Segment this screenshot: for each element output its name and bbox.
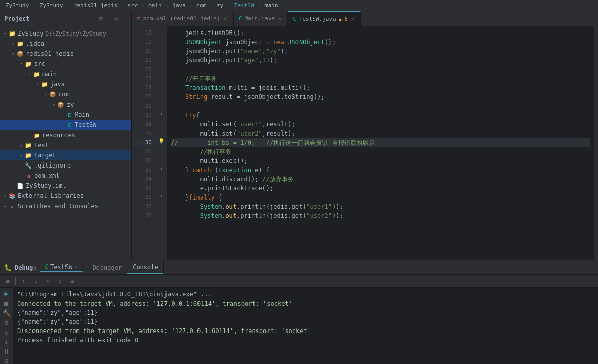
sidebar-item-zystudy-iml[interactable]: 📄 ZyStudy.iml <box>0 181 131 191</box>
tab-icon-main: C <box>239 15 242 22</box>
sidebar-item-com[interactable]: ▾ 📦 com <box>0 89 131 100</box>
ln-25: 25 <box>132 92 156 102</box>
package-icon-zy: 📦 <box>57 101 65 109</box>
sidebar-item-java-dir[interactable]: ▾ 📁 java <box>0 79 131 89</box>
sidebar-item-idea[interactable]: ▸ 📁 .idea <box>0 39 131 49</box>
toolbar-step-into-btn[interactable]: ↴ <box>54 276 65 286</box>
tab-close-pom[interactable]: ✕ <box>223 15 228 22</box>
console-icon-refresh[interactable]: ↻ <box>2 328 12 336</box>
ln-29: 29 <box>132 129 156 138</box>
console-icon-pause[interactable]: ⏸ <box>2 348 12 355</box>
gitignore-icon: 🔧 <box>24 161 32 170</box>
toolbar-menu-btn[interactable]: ≡ <box>2 276 13 286</box>
sidebar-header: Project ⊞ ≡ ⚙ − <box>0 11 131 26</box>
sidebar-item-zystudy[interactable]: ▾ 📁 ZyStudy D:\ZyStudy\ZyStudy <box>0 28 131 39</box>
ln-20: 20 <box>132 47 156 56</box>
tab-pom-xml[interactable]: m pom.xml (redis01-jedis) ✕ <box>132 11 234 26</box>
top-bar-zystudy-app[interactable]: ZyStudy <box>4 2 30 9</box>
sidebar-item-test[interactable]: ▸ 📁 test <box>0 140 131 150</box>
console-line-2: {"name":"zy","age":11} <box>17 308 594 317</box>
toolbar-up-btn[interactable]: ↑ <box>18 276 29 286</box>
ln-24: 24 <box>132 83 156 92</box>
settings-icon[interactable]: ⚙ <box>114 15 120 23</box>
package-icon-com: 📦 <box>49 90 57 98</box>
tab-close-main[interactable]: ✕ <box>277 15 282 22</box>
label-com: com <box>58 91 70 98</box>
ln-33: 33 <box>132 166 156 175</box>
top-bar-com[interactable]: com <box>194 2 208 9</box>
sidebar-item-pom-xml[interactable]: m pom.xml <box>0 171 131 181</box>
top-bar-zy[interactable]: zy <box>215 2 225 9</box>
sidebar-item-src[interactable]: ▾ 📁 src <box>0 59 131 69</box>
editor-scrollbar[interactable] <box>594 26 598 260</box>
top-bar-method[interactable]: main <box>263 2 280 9</box>
sidebar-item-main-class[interactable]: C Main <box>0 110 131 120</box>
console-icon-settings[interactable]: ⚙ <box>2 319 12 326</box>
code-content[interactable]: jedis.flushDB(); JSONObject jsonObject =… <box>167 26 594 260</box>
top-bar-zystudy[interactable]: ZyStudy <box>38 2 64 9</box>
line-numbers: 18 19 20 21 22 23 24 25 26 27 28 29 30 3… <box>132 26 156 260</box>
sidebar-item-scratches[interactable]: ▸ ✏️ Scratches and Consoles <box>0 201 131 211</box>
tab-debugger[interactable]: Debugger <box>87 260 127 274</box>
sep9: › <box>258 2 261 9</box>
toolbar-grid-btn[interactable]: ⊞ <box>67 276 78 286</box>
arrow-main-class <box>59 112 65 118</box>
console-icon-build[interactable]: 🔨 <box>2 309 12 317</box>
top-bar-src[interactable]: src <box>126 2 140 9</box>
top-bar-main[interactable]: main <box>147 2 163 9</box>
toolbar-step-over-btn[interactable]: ↷ <box>42 276 53 286</box>
code-line-19: JSONObject jsonObject = new JSONObject()… <box>171 38 590 47</box>
toolbar-down-btn[interactable]: ↓ <box>30 276 41 286</box>
path-zystudy: D:\ZyStudy\ZyStudy <box>46 30 106 37</box>
console-icon-stop[interactable]: ⏹ <box>2 300 12 307</box>
top-bar-testsw[interactable]: TestSW <box>232 2 256 9</box>
sidebar-item-gitignore[interactable]: 🔧 .gitignore <box>0 160 131 171</box>
folder-icon-target: 📁 <box>24 151 32 159</box>
console-icon-format[interactable]: ⊞ <box>2 357 12 364</box>
gutter-37 <box>156 200 167 209</box>
arrow-iml <box>10 183 16 189</box>
gutter-20 <box>156 45 167 54</box>
sidebar-item-main-dir[interactable]: ▾ 📁 main <box>0 69 131 79</box>
tab-close-testsw[interactable]: ✕ <box>350 16 355 22</box>
arrow-java-dir: ▾ <box>35 81 41 87</box>
tab-icon-pom: m <box>137 15 141 22</box>
tab-console[interactable]: Console <box>127 260 164 274</box>
gutter-35 <box>156 182 167 191</box>
gutter-28 <box>156 118 167 127</box>
sidebar-item-testsw-class[interactable]: C TestSW <box>0 120 131 130</box>
code-line-27: try{ <box>171 111 590 120</box>
collapse-icon[interactable]: ≡ <box>106 15 112 23</box>
tab-warning-badge: ▲ 6 <box>339 16 348 22</box>
gutter-36: ▷ <box>156 191 167 200</box>
console-output[interactable]: "C:\Program Files\Java\jdk1.8.0_181\bin\… <box>13 288 598 364</box>
debug-session-tab[interactable]: C TestSW ✕ <box>40 263 83 272</box>
arrow-src: ▾ <box>18 61 24 67</box>
minimize-icon[interactable]: − <box>122 15 127 23</box>
label-zystudy: ZyStudy <box>18 30 44 37</box>
sidebar-item-redis01[interactable]: ▾ 📦 redis01-jedis <box>0 49 131 59</box>
expand-icon[interactable]: ⊞ <box>98 15 104 23</box>
libs-icon: 📚 <box>8 192 16 200</box>
arrow-com: ▾ <box>43 91 49 97</box>
sep3: › <box>121 2 124 9</box>
sidebar-item-target[interactable]: ▸ 📁 target <box>0 150 131 160</box>
sidebar-item-external-libs[interactable]: ▸ 📚 External Libraries <box>0 191 131 201</box>
sidebar-item-resources[interactable]: 📁 resources <box>0 130 131 140</box>
ln-23: 23 <box>132 74 156 83</box>
sep5: › <box>165 2 169 9</box>
tab-main-java[interactable]: C Main.java ✕ <box>234 11 288 26</box>
folder-icon-idea: 📁 <box>16 40 24 48</box>
top-bar-java[interactable]: java <box>171 2 187 9</box>
top-bar-redis01[interactable]: redis01-jedis <box>72 2 119 9</box>
ln-21: 21 <box>132 56 156 65</box>
gutter-27: ▷ <box>156 109 167 118</box>
debug-session-close[interactable]: ✕ <box>74 264 77 270</box>
console-icon-run[interactable]: ▶ <box>2 290 12 297</box>
toolbar-sep1 <box>15 277 16 285</box>
console-icon-expand[interactable]: ↕ <box>2 338 12 346</box>
sidebar-item-zy[interactable]: ▾ 📦 zy <box>0 100 131 110</box>
gutter-18 <box>156 26 167 36</box>
code-line-32: multi.exec(); <box>171 156 590 166</box>
tab-testsw-java[interactable]: C TestSW.java ▲ 6 ✕ <box>288 11 361 26</box>
